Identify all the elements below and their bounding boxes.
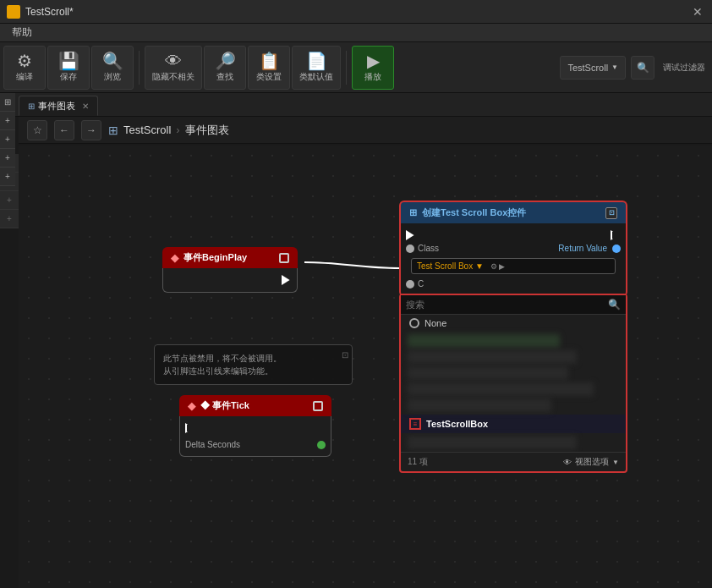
create-return-pin[interactable]	[612, 245, 621, 253]
hide-button[interactable]: 👁 隐藏不相关	[145, 46, 202, 90]
node-begin-play-body	[162, 268, 298, 293]
forward-icon: →	[86, 124, 96, 136]
class-settings-icon: 📋	[259, 52, 280, 69]
bookmark-icon: ☆	[33, 124, 42, 136]
toolbar-sep-2	[346, 51, 347, 85]
toolbar-right: TestScroll ▼ 🔍 调试过滤器	[560, 56, 709, 80]
tab-event-graph[interactable]: ⊞ 事件图表 ✕	[19, 96, 98, 116]
toolbar-sep-1	[139, 51, 140, 85]
node-create-header: ⊞ 创建Test Scroll Box控件 ⊡	[399, 201, 627, 223]
breadcrumb-bar: ☆ ← → ⊞ TestScroll › 事件图表	[19, 117, 712, 144]
node-create-corner-icon: ⊡	[605, 207, 617, 219]
toggle-btn-1[interactable]: ⊞	[0, 93, 15, 112]
node-create-widget: ⊞ 创建Test Scroll Box控件 ⊡ Class Return Val…	[399, 201, 627, 297]
compile-icon: ⚙	[17, 52, 32, 69]
side-btn-3[interactable]: +	[0, 191, 19, 210]
none-icon	[409, 318, 419, 328]
view-options-arrow: ▼	[612, 459, 619, 466]
warning-box: ⊡ 此节点被禁用，将不会被调用。 从引脚连出引线来编辑功能。	[154, 344, 353, 385]
toggle-btn-5[interactable]: +	[0, 168, 15, 186]
popup-item-blurred-1[interactable]	[408, 334, 560, 348]
testscroll-dropdown[interactable]: TestScroll ▼	[560, 56, 626, 80]
popup-item-blurred-3[interactable]	[408, 366, 568, 380]
popup-item-blurred-6[interactable]	[408, 436, 577, 449]
side-btn-4[interactable]: +	[0, 210, 19, 228]
menu-bar: 帮助	[0, 24, 712, 42]
begin-play-icon: ◆	[171, 252, 178, 264]
popup-item-blurred-4[interactable]	[408, 382, 594, 396]
begin-play-exec-out-pin[interactable]	[282, 275, 292, 285]
begin-play-title: 事件BeginPlay	[183, 251, 247, 264]
back-icon: ←	[59, 124, 69, 136]
tab-close-icon[interactable]: ✕	[82, 102, 89, 111]
toolbar: ⚙ 编译 💾 保存 🔍 浏览 👁 隐藏不相关 🔎 查找 📋 类设置 📄 类默认值	[0, 42, 712, 93]
play-button[interactable]: ▶ 播放	[352, 46, 394, 90]
tick-exec-pin	[185, 421, 326, 435]
node-tick-body: Delta Seconds	[179, 416, 331, 457]
warning-text: 此节点被禁用，将不会被调用。 从引脚连出引线来编辑功能。	[163, 354, 282, 376]
canvas-area[interactable]: ◆ 事件BeginPlay ◆ ◆ 事件Tick Delta Seconds	[19, 146, 712, 588]
bookmark-btn[interactable]: ☆	[27, 120, 47, 140]
toggle-btn-4[interactable]: +	[0, 149, 15, 168]
play-label: 播放	[364, 71, 381, 83]
forward-btn[interactable]: →	[81, 120, 101, 140]
tick-title: ◆ 事件Tick	[200, 399, 249, 412]
view-options-btn[interactable]: 👁 视图选项 ▼	[563, 456, 619, 468]
toolbar-search-button[interactable]: 🔍	[631, 56, 654, 80]
breadcrumb-project-icon: ⊞	[108, 124, 118, 137]
find-icon: 🔎	[215, 52, 236, 69]
tick-delta-out-pin[interactable]	[317, 441, 326, 449]
popup-item-testscrollbox[interactable]: ≡ TestScrollBox	[401, 415, 626, 433]
popup-list: None ≡ TestScrollBox	[401, 315, 626, 452]
create-exec-out-pin[interactable]	[611, 230, 621, 240]
view-options-label: 视图选项	[575, 456, 609, 468]
back-btn[interactable]: ←	[54, 120, 74, 140]
class-dropdown-popup: 🔍 None ≡ TestScrollBox 11 项 👁	[399, 294, 627, 473]
popup-search-icon: 🔍	[608, 299, 621, 310]
none-label: None	[424, 318, 446, 328]
breadcrumb-project: TestScroll	[123, 124, 171, 136]
create-c-in-pin[interactable]	[406, 280, 414, 289]
toolbar-group-main: ⚙ 编译 💾 保存 🔍 浏览	[3, 46, 134, 90]
testscrollbox-icon: ≡	[409, 418, 421, 430]
create-class-in-pin[interactable]	[406, 245, 414, 253]
popup-item-blurred-5[interactable]	[408, 398, 551, 412]
browse-button[interactable]: 🔍 浏览	[91, 46, 134, 90]
begin-play-exec-pin	[168, 273, 292, 287]
save-icon: 💾	[58, 52, 79, 69]
create-exec-in-pin[interactable]	[406, 230, 416, 240]
menu-help[interactable]: 帮助	[5, 24, 39, 41]
popup-item-none[interactable]: None	[401, 315, 626, 332]
hide-icon: 👁	[165, 52, 182, 69]
node-begin-play-header: ◆ 事件BeginPlay	[162, 247, 298, 268]
tick-exec-out-pin[interactable]	[185, 423, 195, 433]
create-c-row: C	[406, 278, 621, 290]
popup-count: 11 项	[408, 456, 428, 468]
toggle-btn-2[interactable]: +	[0, 112, 15, 130]
breadcrumb-sep: ›	[176, 124, 179, 136]
close-button[interactable]: ✕	[690, 4, 705, 19]
node-create-header-icon: ⊞	[409, 207, 417, 218]
testscrollbox-label: TestScrollBox	[426, 419, 488, 429]
save-button[interactable]: 💾 保存	[47, 46, 90, 90]
class-dropdown-value: Test Scroll Box ▼	[417, 261, 484, 271]
popup-item-blurred-2[interactable]	[408, 350, 577, 364]
testscroll-label: TestScroll	[567, 63, 608, 73]
compile-button[interactable]: ⚙ 编译	[3, 46, 46, 90]
class-defaults-label: 类默认值	[299, 71, 333, 83]
begin-play-badge	[279, 253, 289, 263]
hide-label: 隐藏不相关	[152, 71, 194, 83]
popup-search-input[interactable]	[406, 299, 605, 310]
class-settings-button[interactable]: 📋 类设置	[248, 46, 290, 90]
class-defaults-icon: 📄	[306, 52, 327, 69]
class-settings-label: 类设置	[256, 71, 282, 83]
popup-footer: 11 项 👁 视图选项 ▼	[401, 452, 626, 471]
breadcrumb-page: 事件图表	[185, 123, 229, 138]
create-class-dropdown[interactable]: Test Scroll Box ▼ ⚙ ▶	[411, 258, 616, 274]
warning-corner-icon: ⊡	[342, 349, 348, 361]
class-defaults-button[interactable]: 📄 类默认值	[292, 46, 341, 90]
tick-badge	[313, 401, 323, 411]
toggle-btn-3[interactable]: +	[0, 130, 15, 149]
find-button[interactable]: 🔎 查找	[204, 46, 246, 90]
eye-icon: 👁	[563, 458, 572, 467]
